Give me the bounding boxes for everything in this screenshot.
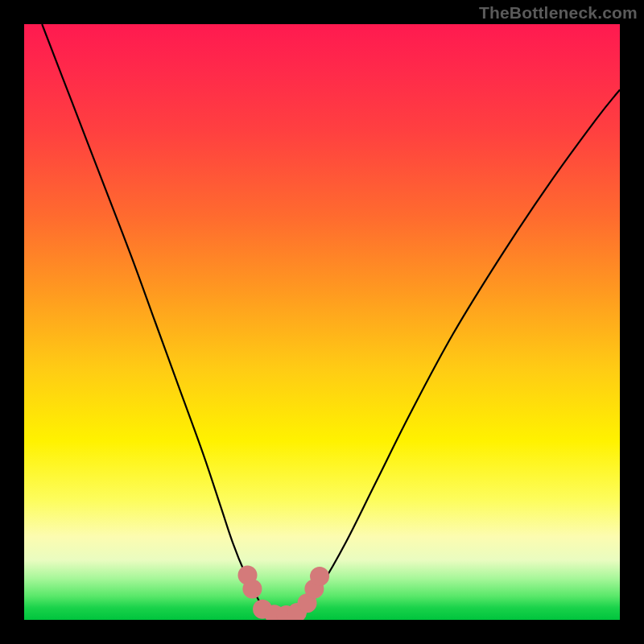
left-curve-path	[42, 24, 275, 617]
chart-frame: TheBottleneck.com	[0, 0, 644, 644]
watermark-text: TheBottleneck.com	[479, 3, 638, 23]
plot-area	[24, 24, 620, 620]
chart-svg	[24, 24, 620, 620]
marker-dot	[310, 567, 329, 586]
curve-group	[42, 24, 620, 617]
right-curve-path	[292, 89, 620, 617]
marker-dot	[242, 580, 262, 599]
marker-group	[238, 566, 330, 621]
